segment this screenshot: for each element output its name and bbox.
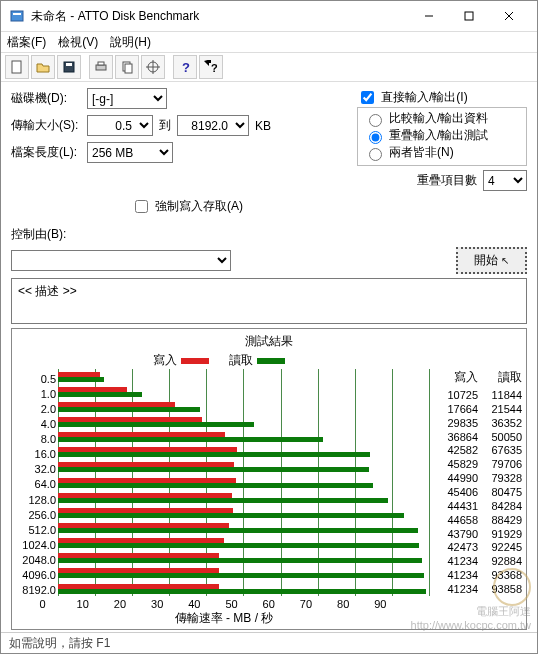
x-axis-title: 傳輸速率 - MB / 秒 bbox=[14, 610, 524, 627]
new-button[interactable] bbox=[5, 55, 29, 79]
svg-text:?: ? bbox=[182, 60, 190, 74]
radio-neither[interactable]: 兩者皆非(N) bbox=[364, 144, 520, 161]
chart-legend: 寫入 讀取 bbox=[14, 352, 524, 369]
y-axis-labels: 0.51.02.04.08.016.032.064.0128.0256.0512… bbox=[14, 369, 58, 612]
xfer-to-select[interactable]: 8192.0 bbox=[177, 115, 249, 136]
window-title: 未命名 - ATTO Disk Benchmark bbox=[31, 8, 409, 25]
svg-rect-3 bbox=[465, 12, 473, 20]
direct-io-checkbox[interactable]: 直接輸入/輸出(I) bbox=[357, 88, 527, 107]
drive-select[interactable]: [-g-] bbox=[87, 88, 167, 109]
description-box[interactable]: << 描述 >> bbox=[11, 278, 527, 324]
toolbar: ? ? bbox=[1, 52, 537, 82]
radio-overlap[interactable]: 重疊輸入/輸出測試 bbox=[364, 127, 520, 144]
svg-rect-6 bbox=[12, 61, 21, 73]
svg-text:?: ? bbox=[211, 62, 218, 74]
results-title: 測試結果 bbox=[14, 333, 524, 350]
to-label: 到 bbox=[159, 117, 171, 134]
target-button[interactable] bbox=[141, 55, 165, 79]
force-write-checkbox[interactable]: 強制寫入存取(A) bbox=[131, 197, 243, 216]
xfer-label: 傳輸大小(S): bbox=[11, 117, 81, 134]
copy-button[interactable] bbox=[115, 55, 139, 79]
queue-label: 重疊項目數 bbox=[417, 172, 477, 189]
bar-chart bbox=[58, 369, 430, 596]
app-icon bbox=[9, 8, 25, 24]
svg-rect-9 bbox=[96, 65, 106, 70]
help-button[interactable]: ? bbox=[173, 55, 197, 79]
xfer-from-select[interactable]: 0.5 bbox=[87, 115, 153, 136]
svg-rect-1 bbox=[13, 13, 21, 15]
minimize-button[interactable] bbox=[409, 2, 449, 30]
x-axis-labels: 0102030405060708090 bbox=[58, 598, 430, 612]
ctrl-label: 控制由(B): bbox=[11, 226, 81, 243]
menu-bar: 檔案(F) 檢視(V) 說明(H) bbox=[1, 32, 537, 52]
controller-select[interactable] bbox=[11, 250, 231, 271]
close-button[interactable] bbox=[489, 2, 529, 30]
svg-rect-12 bbox=[125, 64, 132, 73]
start-button[interactable]: 開始 ↖ bbox=[456, 247, 527, 274]
radio-compare[interactable]: 比較輸入/輸出資料 bbox=[364, 110, 520, 127]
svg-rect-8 bbox=[66, 63, 72, 66]
len-label: 檔案長度(L): bbox=[11, 144, 81, 161]
kb-label: KB bbox=[255, 119, 271, 133]
queue-select[interactable]: 4 bbox=[483, 170, 527, 191]
save-button[interactable] bbox=[57, 55, 81, 79]
svg-rect-0 bbox=[11, 11, 23, 21]
context-help-button[interactable]: ? bbox=[199, 55, 223, 79]
open-button[interactable] bbox=[31, 55, 55, 79]
menu-help[interactable]: 說明(H) bbox=[110, 34, 151, 51]
status-bar: 如需說明，請按 F1 bbox=[1, 632, 537, 653]
app-window: 未命名 - ATTO Disk Benchmark 檔案(F) 檢視(V) 說明… bbox=[0, 0, 538, 654]
mode-group: 比較輸入/輸出資料 重疊輸入/輸出測試 兩者皆非(N) bbox=[357, 107, 527, 166]
menu-view[interactable]: 檢視(V) bbox=[58, 34, 98, 51]
title-bar: 未命名 - ATTO Disk Benchmark bbox=[1, 1, 537, 32]
menu-file[interactable]: 檔案(F) bbox=[7, 34, 46, 51]
value-columns: 寫入讀取 10725118441766421544298353635236864… bbox=[430, 369, 524, 612]
results-panel: 測試結果 寫入 讀取 0.51.02.04.08.016.032.064.012… bbox=[11, 328, 527, 630]
drive-label: 磁碟機(D): bbox=[11, 90, 81, 107]
length-select[interactable]: 256 MB bbox=[87, 142, 173, 163]
maximize-button[interactable] bbox=[449, 2, 489, 30]
svg-rect-10 bbox=[98, 62, 104, 65]
print-button[interactable] bbox=[89, 55, 113, 79]
